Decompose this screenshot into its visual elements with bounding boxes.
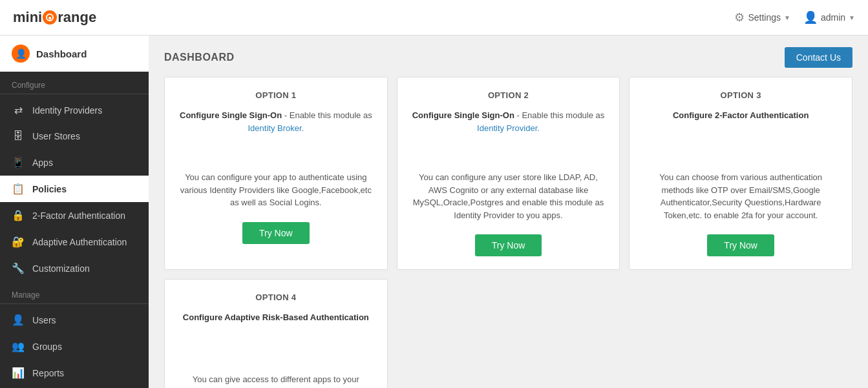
identity-providers-icon: ⇄ bbox=[12, 104, 25, 116]
settings-label: Settings bbox=[748, 12, 781, 23]
card-option1-description: You can configure your app to authentica… bbox=[178, 171, 374, 209]
card-option4-title: OPTION 4 bbox=[178, 292, 374, 302]
card-option3-description: You can choose from various authenticati… bbox=[642, 171, 839, 221]
configure-label: Configure bbox=[0, 72, 149, 94]
configure-divider bbox=[0, 94, 149, 94]
sidebar-item-label: 2-Factor Authentication bbox=[32, 210, 125, 221]
card-option3-title: OPTION 3 bbox=[642, 90, 839, 100]
reports-icon: 📊 bbox=[12, 367, 25, 379]
card-option4: OPTION 4 Configure Adaptive Risk-Based A… bbox=[164, 279, 388, 388]
admin-label: admin bbox=[821, 12, 845, 23]
card-option1-try-now[interactable]: Try Now bbox=[242, 222, 310, 244]
sidebar-item-identity-providers[interactable]: ⇄ Identity Providers bbox=[0, 97, 149, 123]
card-option4-description: You can give access to different apps to… bbox=[178, 373, 374, 388]
user-stores-icon: 🗄 bbox=[12, 130, 25, 142]
card-option3-body: Configure 2-Factor Authentication bbox=[642, 109, 839, 161]
manage-divider bbox=[0, 303, 149, 304]
sidebar-item-label: User Stores bbox=[32, 131, 80, 141]
two-factor-icon: 🔒 bbox=[12, 209, 25, 221]
logo-text-mini: mini bbox=[13, 9, 42, 26]
settings-caret-icon: ▼ bbox=[784, 14, 790, 21]
sidebar-item-groups[interactable]: 👥 Groups bbox=[0, 333, 149, 360]
cards-grid: OPTION 1 Configure Single Sign-On - Enab… bbox=[149, 77, 868, 279]
layout: 👤 Dashboard Configure ⇄ Identity Provide… bbox=[0, 36, 868, 388]
gear-icon: ⚙ bbox=[734, 10, 745, 25]
manage-label: Manage bbox=[0, 281, 149, 303]
card-option2: OPTION 2 Configure Single Sign-On - Enab… bbox=[397, 77, 620, 270]
card-option3-try-now[interactable]: Try Now bbox=[707, 234, 774, 256]
page-title: DASHBOARD bbox=[164, 52, 235, 63]
logo: mini●range bbox=[13, 9, 96, 26]
sidebar-item-label: Policies bbox=[32, 184, 67, 194]
top-header: mini●range ⚙ Settings ▼ 👤 admin ▼ bbox=[0, 0, 868, 36]
policies-icon: 📋 bbox=[12, 183, 25, 195]
sidebar-item-label: Identity Providers bbox=[32, 105, 102, 116]
users-icon: 👤 bbox=[12, 314, 25, 326]
card-option1-body: Configure Single Sign-On - Enable this m… bbox=[178, 109, 374, 161]
sidebar-item-users[interactable]: 👤 Users bbox=[0, 307, 149, 333]
adaptive-icon: 🔐 bbox=[12, 236, 25, 248]
settings-button[interactable]: ⚙ Settings ▼ bbox=[734, 10, 790, 25]
sidebar-item-label: Adaptive Authentication bbox=[32, 237, 127, 247]
apps-icon: 📱 bbox=[12, 156, 25, 168]
sidebar-item-label: Customization bbox=[32, 263, 90, 274]
card-option1: OPTION 1 Configure Single Sign-On - Enab… bbox=[164, 77, 388, 270]
card-option4-body: Configure Adaptive Risk-Based Authentica… bbox=[178, 311, 374, 363]
admin-button[interactable]: 👤 admin ▼ bbox=[803, 10, 855, 25]
sidebar-item-dashboard[interactable]: 👤 Dashboard bbox=[0, 36, 149, 72]
sidebar-item-policies[interactable]: 📋 Policies bbox=[0, 176, 149, 202]
sidebar-item-customization[interactable]: 🔧 Customization bbox=[0, 255, 149, 281]
sidebar-item-apps[interactable]: 📱 Apps bbox=[0, 149, 149, 176]
main-header: DASHBOARD Contact Us bbox=[149, 36, 868, 77]
card-option2-description: You can configure any user store like LD… bbox=[410, 171, 607, 221]
groups-icon: 👥 bbox=[12, 340, 25, 352]
contact-us-button[interactable]: Contact Us bbox=[785, 47, 852, 68]
sidebar-item-adaptive[interactable]: 🔐 Adaptive Authentication bbox=[0, 229, 149, 255]
cards-grid-bottom: OPTION 4 Configure Adaptive Risk-Based A… bbox=[149, 279, 868, 388]
user-icon: 👤 bbox=[803, 10, 818, 25]
logo-icon: ● bbox=[43, 10, 57, 25]
main-content: DASHBOARD Contact Us OPTION 1 Configure … bbox=[149, 36, 868, 388]
sidebar-item-label: Groups bbox=[32, 342, 62, 352]
dashboard-avatar: 👤 bbox=[12, 45, 30, 63]
sidebar-item-label: Reports bbox=[32, 368, 64, 378]
dashboard-label: Dashboard bbox=[36, 48, 87, 59]
card-option2-title: OPTION 2 bbox=[410, 90, 607, 100]
card-option3: OPTION 3 Configure 2-Factor Authenticati… bbox=[629, 77, 852, 270]
sidebar: 👤 Dashboard Configure ⇄ Identity Provide… bbox=[0, 36, 149, 388]
logo-text-range: range bbox=[58, 9, 96, 26]
card-option2-try-now[interactable]: Try Now bbox=[475, 234, 542, 256]
card-option2-body: Configure Single Sign-On - Enable this m… bbox=[410, 109, 607, 161]
sidebar-item-label: Users bbox=[32, 315, 56, 325]
card-option1-title: OPTION 1 bbox=[178, 90, 374, 100]
sidebar-item-label: Apps bbox=[32, 158, 53, 168]
sidebar-item-two-factor[interactable]: 🔒 2-Factor Authentication bbox=[0, 202, 149, 229]
sidebar-item-reports[interactable]: 📊 Reports bbox=[0, 360, 149, 386]
admin-caret-icon: ▼ bbox=[849, 14, 855, 21]
header-right: ⚙ Settings ▼ 👤 admin ▼ bbox=[734, 10, 855, 25]
sidebar-item-user-stores[interactable]: 🗄 User Stores bbox=[0, 123, 149, 149]
customization-icon: 🔧 bbox=[12, 262, 25, 274]
